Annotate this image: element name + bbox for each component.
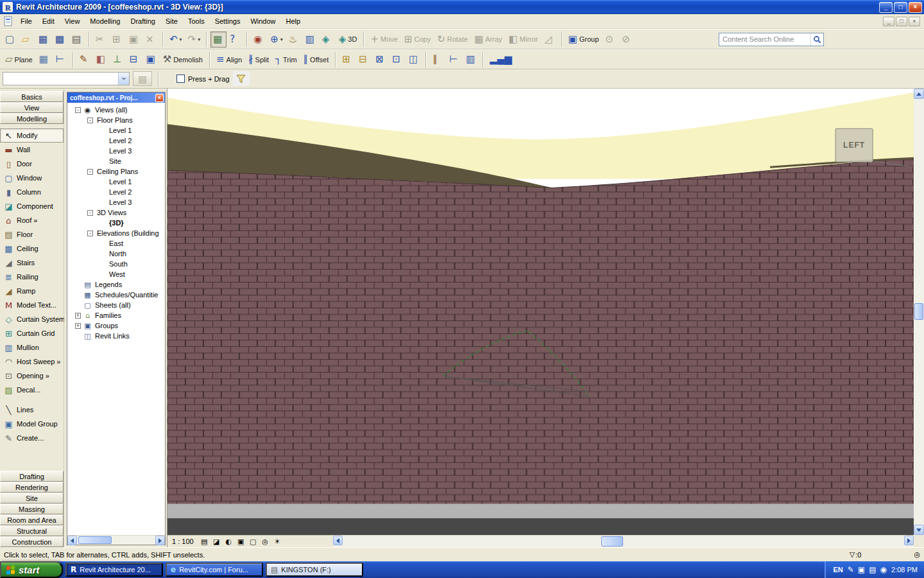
tree-cp-level-1[interactable]: Level 1 — [67, 177, 165, 187]
render-button[interactable]: ♨ — [286, 31, 302, 48]
paste-aligned-button[interactable]: ◫ — [406, 51, 422, 67]
scroll-track[interactable] — [914, 99, 924, 525]
redo-button[interactable]: ↷▾ — [185, 31, 203, 48]
graph-button[interactable]: ▂▄▆ — [487, 51, 515, 67]
project-browser-close-button[interactable]: × — [155, 94, 164, 102]
project-browser-titlebar[interactable]: coffeeshop.rvt - Proj... × — [67, 92, 165, 103]
align-button[interactable]: ≡Align — [214, 51, 245, 67]
menu-edit[interactable]: Edit — [37, 15, 60, 28]
sidebar-item-ceiling[interactable]: ▦ Ceiling — [0, 241, 64, 256]
tree-3d-current[interactable]: {3D} — [67, 218, 165, 228]
unpin-button[interactable]: ⊘ — [619, 31, 635, 48]
pin-button[interactable]: ⊙ — [603, 31, 619, 48]
tree-legends[interactable]: ▤ Legends — [67, 279, 165, 290]
checkbox-box[interactable] — [176, 74, 185, 83]
design-tab-structural[interactable]: Structural — [0, 525, 64, 536]
copy-button[interactable]: ⊞ — [110, 31, 126, 48]
reveal-hidden-button[interactable]: ☀ — [272, 537, 283, 547]
child-close-button[interactable]: × — [909, 17, 920, 26]
tree-elev-south[interactable]: South — [67, 259, 165, 269]
zoom-button[interactable]: ⊕▾ — [268, 31, 286, 48]
scroll-thumb[interactable] — [914, 303, 923, 320]
sidebar-item-railing[interactable]: ≣ Railing — [0, 270, 64, 284]
close-button[interactable]: × — [909, 2, 922, 13]
scroll-up-button[interactable] — [914, 89, 924, 99]
filter-status[interactable]: ▽ :0 — [850, 550, 862, 559]
scroll-track[interactable] — [343, 536, 904, 547]
menu-settings[interactable]: Settings — [210, 15, 246, 28]
search-input[interactable] — [719, 35, 810, 43]
child-minimize-button[interactable]: _ — [883, 17, 894, 26]
save-button[interactable]: ▦ — [36, 31, 52, 48]
tree-sheets[interactable]: ▢ Sheets (all) — [67, 300, 165, 310]
sidebar-item-model-text[interactable]: M Model Text... — [0, 298, 64, 312]
tree-elev-north[interactable]: North — [67, 249, 165, 259]
tree-expander-icon[interactable]: + — [75, 313, 81, 319]
tree-ceiling-plans[interactable]: - Ceiling Plans — [67, 166, 165, 177]
volume-icon[interactable]: ◉ — [880, 566, 887, 574]
sidebar-item-mullion[interactable]: ▥ Mullion — [0, 340, 64, 355]
design-tab-modelling[interactable]: Modelling — [0, 113, 64, 124]
tree-groups[interactable]: + ▣ Groups — [67, 320, 165, 331]
tree-elev-west[interactable]: West — [67, 269, 165, 279]
paste-button[interactable]: ▣ — [126, 31, 142, 48]
resize-button[interactable]: ◿ — [542, 31, 558, 48]
tree-revit-links[interactable]: ◫ Revit Links — [67, 331, 165, 341]
wall-joins-button[interactable]: ⊡ — [389, 51, 406, 67]
sidebar-item-window[interactable]: ▢ Window — [0, 171, 64, 185]
mirror-button[interactable]: ◧Mirror — [506, 31, 542, 48]
sidebar-item-component[interactable]: ◪ Component — [0, 199, 64, 213]
taskbar-kingston[interactable]: ▤ KINGSTON (F:) — [266, 563, 363, 577]
pen-icon[interactable]: ✎ — [848, 566, 854, 574]
section-box-button[interactable]: ▥ — [303, 31, 319, 48]
sidebar-item-curtain-system[interactable]: ◇ Curtain System — [0, 312, 64, 326]
tree-fp-site[interactable]: Site — [67, 156, 165, 166]
sidebar-item-opening[interactable]: ⊡ Opening » — [0, 369, 64, 383]
sidebar-item-ramp[interactable]: ◢ Ramp — [0, 284, 64, 298]
offset-button[interactable]: ∥Offset — [301, 51, 332, 67]
clock[interactable]: 2:08 PM — [891, 566, 918, 574]
tree-3d-views[interactable]: - 3D Views — [67, 207, 165, 218]
work-plane-button[interactable]: ▱Plane — [3, 51, 36, 67]
callout-button[interactable]: ▣ — [144, 51, 160, 67]
taskbar-revitcity[interactable]: e RevitCity.com | Foru... — [166, 563, 263, 577]
design-tab-drafting[interactable]: Drafting — [0, 471, 64, 482]
crop-region-button[interactable]: ▣ — [235, 537, 246, 547]
sidebar-item-model-group[interactable]: ▣ Model Group — [0, 417, 64, 431]
tree-views-all[interactable]: - ◉ Views (all) — [67, 105, 165, 115]
sidebar-item-stairs[interactable]: ◢ Stairs — [0, 256, 64, 270]
tree-fp-level-2[interactable]: Level 2 — [67, 136, 165, 146]
menu-file[interactable]: File — [15, 15, 37, 28]
group-button[interactable]: ▣Group — [566, 31, 603, 48]
menu-help[interactable]: Help — [281, 15, 306, 28]
view-scale[interactable]: 1 : 100 — [171, 538, 198, 545]
tree-expander-icon[interactable]: - — [87, 169, 93, 175]
demolish-button[interactable]: ⚒Demolish — [160, 51, 206, 67]
paint-button[interactable]: ◧ — [94, 51, 110, 67]
ref-plane-button[interactable]: ∥ — [430, 51, 446, 67]
sidebar-item-curtain-grid[interactable]: ⊞ Curtain Grid — [0, 326, 64, 340]
menu-site[interactable]: Site — [160, 15, 183, 28]
menu-tools[interactable]: Tools — [183, 15, 210, 28]
section-button[interactable]: ⊟ — [127, 51, 143, 67]
default-3d-button[interactable]: ◈3D — [336, 31, 361, 48]
new-button[interactable]: ▢ — [3, 31, 19, 48]
sidebar-item-modify[interactable]: ↖ Modify — [0, 128, 64, 143]
scroll-left-button[interactable] — [333, 536, 343, 545]
scroll-thumb[interactable] — [78, 536, 112, 544]
hide-isolate-button[interactable]: ◎ — [260, 537, 271, 547]
brick-wall[interactable] — [167, 158, 914, 504]
copy-tool-button[interactable]: ⊞Copy — [402, 31, 434, 48]
search-icon[interactable] — [810, 33, 823, 46]
help-select-button[interactable]: ? — [227, 31, 243, 48]
tree-expander-icon[interactable]: - — [87, 118, 93, 123]
shading-button[interactable]: ◈ — [320, 31, 336, 48]
worksets-button[interactable]: ▦ — [210, 31, 227, 48]
tree-expander-icon[interactable]: - — [75, 107, 81, 113]
combo-arrow-icon[interactable] — [118, 73, 129, 85]
tree-floor-plans[interactable]: - Floor Plans — [67, 115, 165, 125]
tree-fp-level-3[interactable]: Level 3 — [67, 146, 165, 156]
menu-modelling[interactable]: Modelling — [85, 15, 125, 28]
filter-button[interactable] — [233, 71, 250, 86]
tree-cp-level-3[interactable]: Level 3 — [67, 197, 165, 207]
